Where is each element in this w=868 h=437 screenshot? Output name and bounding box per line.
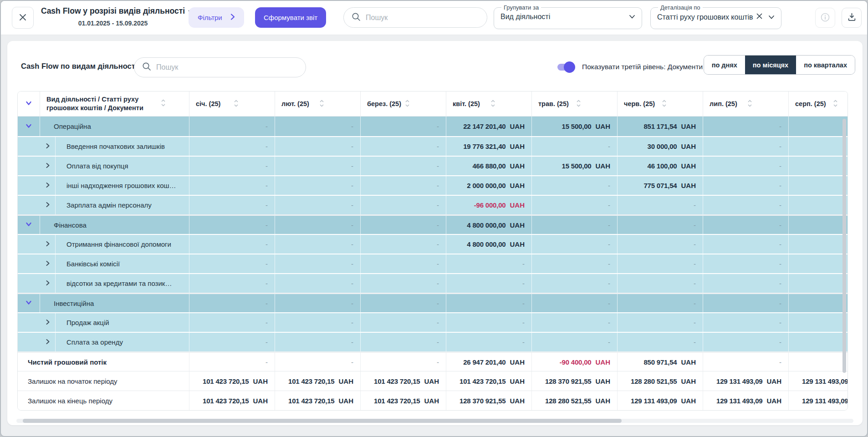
item-row[interactable]: Сплата за оренду-------- [18,332,848,351]
group-row[interactable]: Фінансова---4 800 000,00UAH---- [18,214,848,234]
expand-item-button[interactable] [40,274,56,293]
summary-row: Чистий грошовий потік---26 947 201,40UAH… [18,351,848,371]
table-cell: 19 776 321,40UAH [446,137,532,156]
table-cell: - [361,333,446,351]
expand-item-button[interactable] [40,235,56,254]
month-column-header[interactable]: лип. (25) [703,91,789,116]
empty-value: - [608,240,610,248]
collapse-group-button[interactable] [18,117,40,136]
cell-value: 22 147 201,40 [463,122,505,130]
chevron-down-icon[interactable] [768,13,775,21]
expand-item-button[interactable] [40,254,56,273]
indent-spacer [18,157,40,175]
item-row[interactable]: Введення початкових залишків---19 776 32… [18,136,848,156]
empty-value: - [694,319,696,326]
currency-label: UAH [681,142,696,150]
table-cell: - [532,196,618,214]
currency-label: UAH [510,182,525,189]
indent-spacer [18,137,40,156]
item-row[interactable]: Отримання фінансової допомоги---4 800 00… [18,234,848,254]
period-button[interactable]: по днях [704,56,745,74]
month-column-header[interactable]: черв. (25) [618,91,703,116]
currency-label: UAH [424,377,439,385]
item-row[interactable]: Оплата від покупця---466 880,00UAH15 500… [18,156,848,175]
expand-item-button[interactable] [40,333,56,351]
collapse-group-button[interactable] [18,294,40,312]
empty-value: - [266,260,268,268]
horizontal-scrollbar-thumb[interactable] [23,419,622,423]
expand-item-button[interactable] [40,313,56,332]
empty-value: - [608,300,610,307]
table-cell: - [275,117,361,136]
detail-by-select[interactable]: Деталізація по Статті руху грошових кошт… [650,4,781,29]
month-column-header[interactable]: лют. (25) [275,91,361,116]
sort-carets-icon[interactable] [490,98,527,110]
clear-icon[interactable] [756,13,763,21]
table-cell: - [618,274,703,293]
cell-value: 15 500,00 [562,122,592,130]
month-column-header[interactable]: квіт. (25) [446,91,532,116]
group-row[interactable]: Інвестиційна-------- [18,293,848,312]
expand-item-button[interactable] [40,176,56,195]
sort-carets-icon[interactable] [404,98,442,110]
sort-carets-icon[interactable] [160,98,166,110]
row-label: інші надходження грошових кош… [56,176,189,195]
item-row[interactable]: Банківські комісії-------- [18,254,848,273]
collapse-group-button[interactable] [18,216,40,234]
table-search [134,57,306,77]
item-row[interactable]: відсотки за кредитами та позик…-------- [18,273,848,293]
close-button[interactable] [12,7,34,29]
table-cell: 129 131 493,09UAH [618,391,703,410]
sort-carets-icon[interactable] [233,98,271,110]
report-title-dropdown[interactable]: Cash Flow у розрізі видів діяльності [41,6,193,16]
table-search-input[interactable] [156,63,298,71]
table-cell: 30 000,00UAH [618,137,703,156]
sort-carets-icon[interactable] [747,98,784,110]
month-column-header[interactable]: січ. (25) [189,91,275,116]
month-column-header[interactable]: трав. (25) [532,91,618,116]
indent-spacer [18,333,40,351]
chevron-down-icon [26,221,32,229]
name-column-header[interactable]: Вид діяльності / Статті руху грошових ко… [40,91,189,116]
empty-value: - [437,221,439,229]
item-row[interactable]: Продаж акцій-------- [18,312,848,332]
month-column-header[interactable]: серп. (25) [789,91,848,116]
item-row[interactable]: інші надходження грошових кош…---2 000 0… [18,175,848,195]
month-column-header[interactable]: берез. (25) [361,91,446,116]
item-row[interactable]: Зарплата адмін персоналу----96 000,00UAH… [18,195,848,214]
currency-label: UAH [596,162,611,170]
cell-value: 2 000 000,00 [467,182,505,189]
third-level-toggle[interactable] [557,64,574,71]
period-button[interactable]: по місяцях [745,56,796,74]
empty-value: - [779,221,781,229]
table-cell: - [789,313,848,332]
month-label: берез. (25) [367,100,404,107]
vertical-scrollbar[interactable] [842,119,846,373]
filters-button[interactable]: Фільтри [189,7,244,28]
empty-value: - [608,182,610,189]
sort-carets-icon[interactable] [319,98,356,110]
empty-value: - [779,319,781,326]
period-button[interactable]: по кварталах [796,56,855,74]
empty-value: - [522,260,525,268]
download-button[interactable] [842,8,862,28]
sort-carets-icon[interactable] [832,98,848,110]
group-row[interactable]: Операційна---22 147 201,40UAH15 500,00UA… [18,117,848,136]
currency-label: UAH [339,397,354,405]
collapse-all-button[interactable] [18,91,40,116]
expand-item-button[interactable] [40,196,56,214]
row-label: Інвестиційна [40,294,189,312]
generate-report-button[interactable]: Сформувати звіт [255,7,326,28]
expand-item-button[interactable] [40,157,56,175]
sort-carets-icon[interactable] [576,98,613,110]
table-cell: - [361,294,446,312]
cell-value: -96 000,00 [474,201,506,209]
chevron-down-icon[interactable] [629,13,635,21]
info-button[interactable] [815,8,835,28]
table-cell: 101 423 720,15UAH [361,391,446,410]
group-by-select[interactable]: Групувати за Вид діяльності [494,4,642,29]
topbar-search-input[interactable] [366,14,480,22]
sort-carets-icon[interactable] [661,98,699,110]
expand-item-button[interactable] [40,137,56,156]
chevron-right-icon [45,260,51,268]
